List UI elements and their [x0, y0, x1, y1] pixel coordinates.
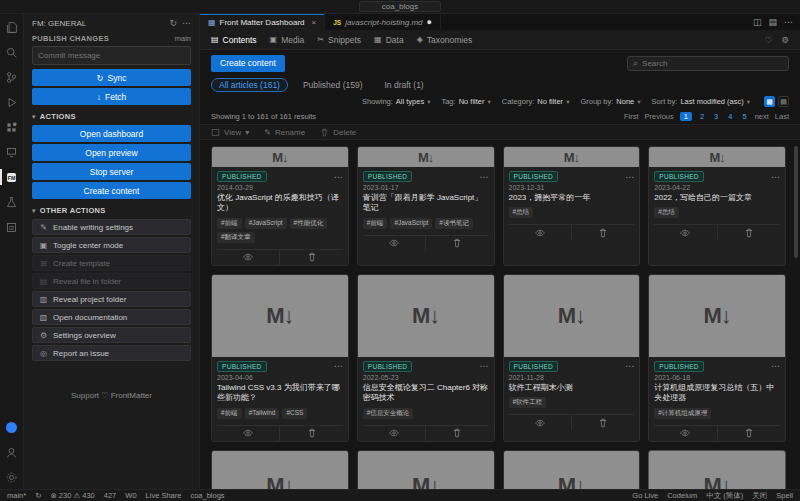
- more-actions-icon[interactable]: ⋯: [784, 17, 793, 27]
- article-card[interactable]: M↓ PUBLISHED⋯ 2021-06-16: [503, 450, 641, 489]
- branch-status[interactable]: main*: [7, 491, 26, 500]
- card-menu-icon[interactable]: ⋯: [771, 172, 780, 182]
- create-content-button[interactable]: Create content: [211, 55, 285, 72]
- delete-trash-icon[interactable]: [279, 250, 342, 265]
- problems-status[interactable]: ⊗ 230 ⚠ 430: [50, 491, 94, 500]
- pagination-page-4[interactable]: 4: [726, 112, 734, 121]
- close-icon[interactable]: ×: [312, 18, 317, 27]
- split-editor-icon[interactable]: ◫: [753, 17, 762, 27]
- support-frontmatter-link[interactable]: Support ♡ FrontMatter: [24, 391, 199, 400]
- pagination-first[interactable]: First: [624, 112, 639, 121]
- sort-by-filter[interactable]: Sort by: Last modified (asc) ▾: [652, 97, 750, 106]
- tab-front-matter-dashboard[interactable]: ▦ Front Matter Dashboard ×: [200, 14, 325, 30]
- fetch-button[interactable]: ↓ Fetch: [32, 88, 191, 105]
- stop-server-button[interactable]: Stop server: [32, 163, 191, 180]
- card-menu-icon[interactable]: ⋯: [480, 361, 489, 371]
- delete-trash-icon[interactable]: [571, 415, 634, 430]
- pagination-page-3[interactable]: 3: [712, 112, 720, 121]
- heart-icon[interactable]: ♡: [765, 35, 773, 45]
- command-center[interactable]: coa_blogs: [359, 1, 441, 12]
- actions-section-header[interactable]: ▾ ACTIONS: [24, 105, 199, 123]
- delete-trash-icon[interactable]: [717, 225, 780, 240]
- preview-eye-icon[interactable]: [509, 225, 571, 240]
- nav-item-snippets[interactable]: ✂ Snippets: [317, 35, 361, 45]
- preview-eye-icon[interactable]: [217, 250, 279, 265]
- article-card[interactable]: M↓ PUBLISHED⋯ 2023-12-31 2023，拥抱平常的一年 #总…: [503, 146, 641, 266]
- search-input[interactable]: [642, 59, 783, 68]
- delete-trash-icon[interactable]: [425, 236, 488, 251]
- preview-eye-icon[interactable]: [654, 426, 716, 441]
- close-status[interactable]: 关闭: [752, 491, 767, 501]
- enable-writing-settings-button[interactable]: ✎ Enable writing settings: [32, 219, 191, 235]
- settings-gear-icon[interactable]: [3, 469, 21, 485]
- group-by-filter[interactable]: Group by: None ▾: [580, 97, 640, 106]
- sync-button[interactable]: ↻ Sync: [32, 69, 191, 86]
- delete-button[interactable]: Delete: [320, 128, 356, 137]
- toggle-center-mode-button[interactable]: ▣ Toggle center mode: [32, 237, 191, 253]
- tab-published[interactable]: Published (159): [296, 79, 370, 91]
- create-template-button[interactable]: ⊞ Create template: [32, 255, 191, 271]
- scrollbar[interactable]: [794, 146, 798, 258]
- open-preview-button[interactable]: Open preview: [32, 144, 191, 161]
- reveal-file-in-folder-button[interactable]: ▤ Reveal file in folder: [32, 273, 191, 289]
- pagination-last[interactable]: Last: [775, 112, 789, 121]
- card-menu-icon[interactable]: ⋯: [334, 361, 343, 371]
- counter-status[interactable]: 427: [104, 491, 117, 500]
- pagination-next[interactable]: next: [755, 112, 769, 121]
- delete-trash-icon[interactable]: [717, 426, 780, 441]
- category-filter[interactable]: Category: No filter ▾: [502, 97, 570, 106]
- article-card[interactable]: M↓ PUBLISHED⋯ 2023-04-22 2022，写给自己的一篇文章 …: [648, 146, 786, 266]
- nav-item-data[interactable]: ▦ Data: [374, 35, 404, 45]
- pagination-page-2[interactable]: 2: [698, 112, 706, 121]
- view-button[interactable]: View ▾: [211, 128, 249, 137]
- search-box[interactable]: ⌕: [627, 56, 789, 71]
- report-an-issue-button[interactable]: ◎ Report an issue: [32, 345, 191, 361]
- delete-trash-icon[interactable]: [571, 225, 634, 240]
- commit-message-input[interactable]: [32, 46, 191, 65]
- card-menu-icon[interactable]: ⋯: [625, 172, 634, 182]
- grid-view-toggle[interactable]: ▦: [764, 96, 775, 107]
- live-share-status[interactable]: Live Share: [146, 491, 182, 500]
- workspace-status[interactable]: coa_blogs: [190, 491, 224, 500]
- language-status[interactable]: 中文 (简体): [706, 491, 743, 501]
- frontmatter-icon[interactable]: FM: [3, 169, 21, 185]
- article-card-selected[interactable]: M↓ PUBLISHED⋯ 2021-06-18: [648, 450, 786, 489]
- open-dashboard-button[interactable]: Open dashboard: [32, 125, 191, 142]
- gear-icon[interactable]: ⚙: [781, 35, 789, 45]
- tag-filter[interactable]: Tag: No filter ▾: [441, 97, 490, 106]
- modified-dot-icon[interactable]: ●: [427, 18, 432, 27]
- remote-icon[interactable]: [3, 144, 21, 160]
- tab-javascript-hoisting[interactable]: JS javascript-hoisting.md ●: [325, 14, 441, 30]
- nav-item-media[interactable]: ▣ Media: [270, 35, 305, 45]
- codeium-status[interactable]: Codeium: [667, 491, 697, 501]
- preview-eye-icon[interactable]: [217, 426, 279, 441]
- article-card[interactable]: M↓ PUBLISHED⋯ 2021-06-18: [211, 450, 349, 489]
- refresh-icon[interactable]: ↻: [169, 18, 177, 28]
- article-card[interactable]: M↓ PUBLISHED⋯ 2023-01-17 青训营「跟着月影学 JavaS…: [357, 146, 495, 266]
- list-view-toggle[interactable]: ▤: [778, 96, 789, 107]
- explorer-icon[interactable]: [3, 19, 21, 35]
- search-icon[interactable]: [3, 44, 21, 60]
- delete-trash-icon[interactable]: [279, 426, 342, 441]
- go-live-status[interactable]: Go Live: [632, 491, 658, 501]
- other-actions-section-header[interactable]: ▾ OTHER ACTIONS: [24, 199, 199, 217]
- spell-status[interactable]: Spell: [776, 491, 793, 501]
- more-actions-icon[interactable]: ⋯: [182, 18, 191, 28]
- showing-filter[interactable]: Showing: All types ▾: [362, 97, 430, 106]
- testing-icon[interactable]: [3, 194, 21, 210]
- pagination-page-1[interactable]: 1: [680, 112, 692, 121]
- nav-item-taxonomies[interactable]: ◈ Taxonomies: [417, 35, 473, 45]
- article-card[interactable]: M↓ PUBLISHED⋯ 2023-04-06 Tailwind CSS v3…: [211, 274, 349, 442]
- card-menu-icon[interactable]: ⋯: [334, 172, 343, 182]
- article-card[interactable]: M↓ PUBLISHED⋯ 2014-03-29 优化 JavaScript 的…: [211, 146, 349, 266]
- create-content-button-sidebar[interactable]: Create content: [32, 182, 191, 199]
- open-documentation-button[interactable]: ▧ Open documentation: [32, 309, 191, 325]
- card-menu-icon[interactable]: ⋯: [625, 361, 634, 371]
- sync-status-icon[interactable]: ↻: [35, 491, 41, 500]
- article-card[interactable]: M↓ PUBLISHED⋯ 2021-06-18 计算机组成原理复习总结（五）中…: [648, 274, 786, 442]
- tab-in-draft[interactable]: In draft (1): [377, 79, 430, 91]
- preview-eye-icon[interactable]: [363, 426, 425, 441]
- run-debug-icon[interactable]: [3, 94, 21, 110]
- pagination-previous[interactable]: Previous: [645, 112, 674, 121]
- preview-eye-icon[interactable]: [363, 236, 425, 251]
